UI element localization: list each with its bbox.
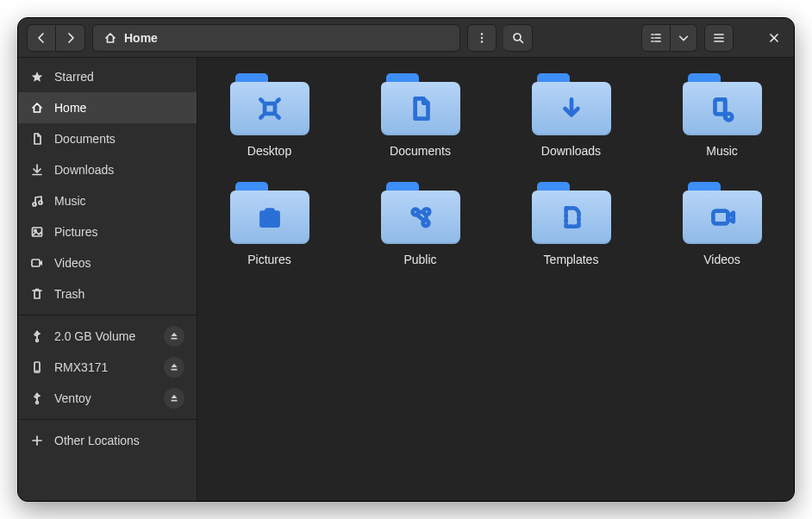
music-glyph-icon (683, 82, 762, 135)
folder-label: Pictures (247, 253, 291, 266)
file-manager-window: Home Star (17, 17, 795, 502)
folder-label: Documents (390, 144, 451, 158)
view-list-button[interactable] (641, 24, 671, 52)
sidebar-item-home[interactable]: Home (18, 92, 197, 123)
plus-icon (30, 434, 44, 447)
folder-icon (230, 182, 309, 244)
public-glyph-icon (381, 191, 460, 244)
close-icon (767, 31, 781, 45)
folder-icon (381, 182, 460, 244)
view-switcher-dropdown[interactable] (671, 24, 697, 52)
folder-label: Desktop (247, 144, 291, 158)
sidebar-item-label: Home (54, 101, 86, 115)
sidebar-item-trash[interactable]: Trash (18, 278, 197, 310)
document-glyph-icon (381, 82, 460, 135)
image-icon (30, 225, 44, 239)
eject-button[interactable] (164, 388, 184, 409)
sidebar-item-label: Trash (54, 287, 84, 301)
folder-item-downloads[interactable]: Downloads (511, 73, 631, 158)
folder-label: Public (403, 253, 436, 266)
sidebar-item-ventoy[interactable]: Ventoy (18, 383, 197, 414)
folder-item-public[interactable]: Public (360, 182, 480, 266)
content-area[interactable]: Desktop Documents Downloads (197, 58, 794, 501)
video-icon (30, 256, 44, 270)
pathbar[interactable]: Home (92, 24, 460, 52)
folder-label: Templates (544, 253, 599, 266)
eject-icon (168, 361, 180, 373)
sidebar-item-label: Ventoy (54, 391, 91, 405)
sidebar-item-label: Pictures (54, 225, 98, 239)
sidebar-item-pictures[interactable]: Pictures (18, 216, 197, 247)
videos-glyph-icon (683, 191, 762, 244)
hamburger-menu-button[interactable] (704, 24, 734, 52)
home-icon (103, 31, 117, 45)
eject-icon (168, 392, 180, 404)
sidebar-item-label: Videos (54, 256, 91, 270)
search-icon (511, 31, 525, 45)
usb-icon (30, 329, 44, 343)
folder-label: Downloads (541, 144, 601, 158)
sidebar-item-videos[interactable]: Videos (18, 247, 197, 278)
sidebar: Starred Home Documents Downloads Music P… (18, 58, 197, 501)
chevron-down-icon (678, 32, 690, 44)
sidebar-item-rmx3171[interactable]: RMX3171 (18, 352, 197, 383)
sidebar-item-label: Other Locations (54, 434, 140, 447)
home-icon (30, 101, 44, 115)
sidebar-item-label: 2.0 GB Volume (54, 329, 135, 343)
folder-item-pictures[interactable]: Pictures (209, 182, 329, 266)
sidebar-item-label: RMX3171 (54, 360, 108, 374)
search-button[interactable] (503, 24, 533, 52)
path-label: Home (124, 31, 158, 45)
nav-buttons (27, 24, 85, 52)
window-close-button[interactable] (763, 27, 785, 49)
folder-item-desktop[interactable]: Desktop (209, 73, 329, 158)
sidebar-item-label: Music (54, 194, 86, 208)
folder-item-documents[interactable]: Documents (360, 73, 480, 158)
list-view-icon (649, 31, 663, 45)
folder-grid: Desktop Documents Downloads (209, 73, 782, 266)
path-menu-button[interactable] (467, 24, 497, 52)
sidebar-item-label: Documents (54, 132, 116, 146)
back-button[interactable] (27, 24, 56, 52)
folder-icon (381, 73, 460, 135)
download-icon (30, 163, 44, 177)
templates-glyph-icon (532, 191, 611, 244)
eject-button[interactable] (164, 357, 184, 378)
eject-icon (168, 330, 180, 342)
sidebar-separator (18, 419, 197, 420)
folder-icon (532, 73, 611, 135)
star-icon (30, 70, 44, 84)
folder-icon (683, 73, 762, 135)
sidebar-item-documents[interactable]: Documents (18, 123, 197, 154)
headerbar: Home (18, 18, 794, 58)
folder-label: Music (706, 144, 738, 158)
sidebar-item-starred[interactable]: Starred (18, 61, 197, 92)
folder-icon (532, 182, 611, 244)
sidebar-item-music[interactable]: Music (18, 185, 197, 216)
download-glyph-icon (532, 82, 611, 135)
hamburger-icon (712, 31, 726, 45)
phone-icon (30, 360, 44, 374)
folder-item-music[interactable]: Music (662, 73, 782, 158)
sidebar-item-other-locations[interactable]: Other Locations (18, 425, 197, 456)
trash-icon (30, 287, 44, 301)
folder-label: Videos (703, 253, 740, 266)
music-icon (30, 194, 44, 208)
folder-icon (683, 182, 762, 244)
sidebar-item-label: Starred (54, 70, 94, 84)
document-icon (30, 132, 44, 146)
eject-button[interactable] (164, 326, 184, 347)
desktop-glyph-icon (230, 82, 309, 135)
folder-item-templates[interactable]: Templates (511, 182, 631, 266)
sidebar-item-label: Downloads (54, 163, 114, 177)
sidebar-item-downloads[interactable]: Downloads (18, 154, 197, 185)
view-switcher (641, 24, 697, 52)
forward-button[interactable] (56, 24, 85, 52)
pictures-glyph-icon (230, 191, 309, 244)
chevron-left-icon (34, 31, 48, 45)
sidebar-separator (18, 315, 197, 316)
sidebar-item-volume-2gb[interactable]: 2.0 GB Volume (18, 321, 197, 352)
folder-item-videos[interactable]: Videos (662, 182, 782, 266)
kebab-icon (475, 31, 489, 45)
folder-icon (230, 73, 309, 135)
